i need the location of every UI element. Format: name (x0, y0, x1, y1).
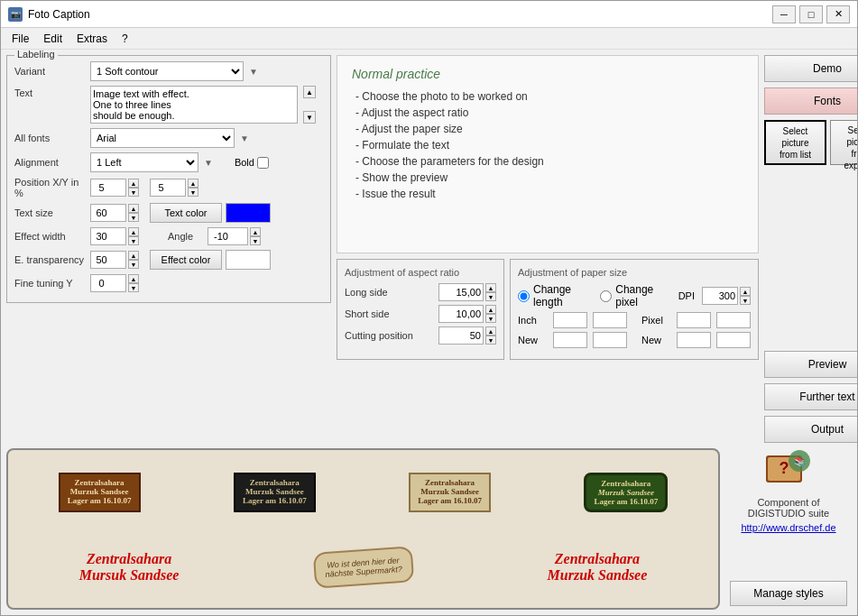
close-button[interactable]: ✕ (826, 5, 850, 23)
cutting-position-row: Cutting position ▲ ▼ (345, 326, 496, 345)
new-pixel-val1[interactable] (677, 332, 711, 348)
pos-y-down[interactable]: ▼ (188, 188, 198, 197)
fine-tuning-up[interactable]: ▲ (128, 274, 139, 283)
menu-edit[interactable]: Edit (36, 31, 69, 47)
short-side-input[interactable] (438, 305, 484, 323)
text-size-row: Text size ▲ ▼ Text color (14, 203, 323, 223)
pos-x-spin: ▲ ▼ (128, 179, 139, 197)
text-scroll-down[interactable]: ▼ (303, 111, 316, 124)
select-from-list-button[interactable]: Select picturefrom list (764, 120, 826, 165)
alignment-select[interactable]: 1 Left (90, 152, 198, 172)
demo-button[interactable]: Demo (764, 55, 857, 82)
text-size-up[interactable]: ▲ (128, 204, 139, 213)
effect-width-spin: ▲ ▼ (128, 227, 139, 245)
bold-checkbox[interactable] (257, 157, 269, 169)
book-question-icon: ? 📚 (761, 448, 816, 493)
angle-input[interactable] (208, 227, 248, 245)
cutting-position-input[interactable] (438, 326, 484, 345)
angle-up[interactable]: ▲ (250, 227, 261, 236)
pos-x-input[interactable] (90, 179, 126, 197)
pixel-section: Pixel New (641, 312, 751, 352)
menu-extras[interactable]: Extras (69, 31, 115, 47)
main-content: Labeling Variant 1 Soft contour ▼ Text I… (1, 50, 857, 448)
pos-y-up[interactable]: ▲ (188, 179, 198, 188)
dpi-up[interactable]: ▲ (740, 287, 751, 296)
fine-tuning-label: Fine tuning Y (14, 278, 87, 289)
cutting-up[interactable]: ▲ (485, 326, 496, 336)
transparency-down[interactable]: ▼ (128, 260, 139, 269)
short-side-down[interactable]: ▼ (485, 314, 496, 323)
menu-help[interactable]: ? (115, 31, 135, 47)
textarea-scroll: ▲ ▼ (303, 86, 316, 124)
instruction-item-5: - Choose the parameters for the design (352, 155, 743, 168)
long-side-down[interactable]: ▼ (485, 292, 496, 301)
fine-tuning-input[interactable] (90, 274, 126, 292)
variant-select[interactable]: 1 Soft contour (90, 61, 244, 81)
fonts-button[interactable]: Fonts (764, 87, 857, 115)
transparency-up[interactable]: ▲ (128, 251, 139, 260)
bottom-area: Zentralsahara Murzuk Sandsee Lager am 16… (1, 448, 857, 615)
angle-spin: ▲ ▼ (250, 227, 261, 245)
labeling-group: Labeling Variant 1 Soft contour ▼ Text I… (6, 55, 331, 303)
pixel-val2[interactable] (716, 312, 751, 328)
pos-x-down[interactable]: ▼ (128, 188, 139, 197)
manage-styles-button[interactable]: Manage styles (730, 581, 847, 606)
pos-y-input[interactable] (150, 179, 186, 197)
effect-width-input[interactable] (90, 227, 126, 245)
effect-width-up[interactable]: ▲ (128, 227, 139, 236)
alignment-label: Alignment (14, 157, 87, 168)
new-inch-val2[interactable] (593, 332, 627, 348)
further-text-button[interactable]: Further text (764, 383, 857, 410)
dpi-input[interactable] (702, 287, 738, 305)
minimize-button[interactable]: ─ (772, 5, 796, 23)
dpi-down[interactable]: ▼ (740, 296, 751, 305)
app-icon: 📷 (8, 7, 23, 22)
angle-down[interactable]: ▼ (250, 236, 261, 245)
change-pixel-radio[interactable] (600, 290, 612, 302)
menu-file[interactable]: File (5, 31, 36, 47)
label-tan-line3: Lager am 16.10.07 (418, 496, 482, 505)
pos-x-field: ▲ ▼ (90, 179, 139, 197)
effect-color-swatch[interactable] (226, 250, 271, 270)
text-size-input[interactable] (90, 204, 126, 222)
instruction-item-3: - Adjust the paper size (352, 123, 743, 135)
paper-size-title: Adjustment of paper size (518, 267, 751, 278)
pos-x-up[interactable]: ▲ (128, 179, 139, 188)
short-side-up[interactable]: ▲ (485, 305, 496, 314)
long-side-input[interactable] (438, 283, 484, 301)
transparency-row: E. transparency ▲ ▼ Effect color (14, 250, 323, 270)
cutting-down[interactable]: ▼ (485, 336, 496, 345)
text-color-button[interactable]: Text color (150, 203, 222, 223)
output-button[interactable]: Output (764, 416, 857, 443)
select-from-explorer-button[interactable]: Select picturefrom explorer (830, 120, 857, 165)
long-side-up[interactable]: ▲ (485, 283, 496, 292)
text-scroll-up[interactable]: ▲ (303, 86, 316, 98)
new-inch-val1[interactable] (553, 332, 587, 348)
short-side-row: Short side ▲ ▼ (345, 305, 496, 323)
pixel-val1[interactable] (677, 312, 711, 328)
short-side-label: Short side (345, 308, 435, 319)
effect-color-button[interactable]: Effect color (150, 250, 222, 270)
text-input[interactable]: Image text with effect. One to three lin… (90, 86, 298, 124)
text-color-swatch[interactable] (226, 203, 271, 223)
text-size-down[interactable]: ▼ (128, 213, 139, 222)
maximize-button[interactable]: □ (799, 5, 823, 23)
new-pixel-val2[interactable] (716, 332, 751, 348)
middle-panel: Normal practice - Choose the photo to be… (337, 55, 759, 443)
digistudio-link[interactable]: http://www.drschef.de (741, 522, 835, 533)
long-side-label: Long side (345, 287, 435, 298)
instruction-item-6: - Show the preview (352, 171, 743, 184)
label-row-1: Zentralsahara Murzuk Sandsee Lager am 16… (15, 473, 711, 512)
digistudio-info: ? 📚 Component of DIGISTUDIO suite http:/… (741, 448, 835, 533)
preview-button[interactable]: Preview (764, 351, 857, 378)
fine-tuning-down[interactable]: ▼ (128, 283, 139, 292)
fine-tuning-field: ▲ ▼ (90, 274, 139, 292)
transparency-field: ▲ ▼ (90, 251, 139, 269)
effect-width-down[interactable]: ▼ (128, 236, 139, 245)
font-select[interactable]: Arial (90, 128, 235, 148)
inch-val1[interactable] (553, 312, 587, 328)
pixel-label: Pixel (641, 315, 673, 326)
inch-val2[interactable] (593, 312, 627, 328)
change-length-radio[interactable] (518, 290, 530, 302)
transparency-input[interactable] (90, 251, 126, 269)
